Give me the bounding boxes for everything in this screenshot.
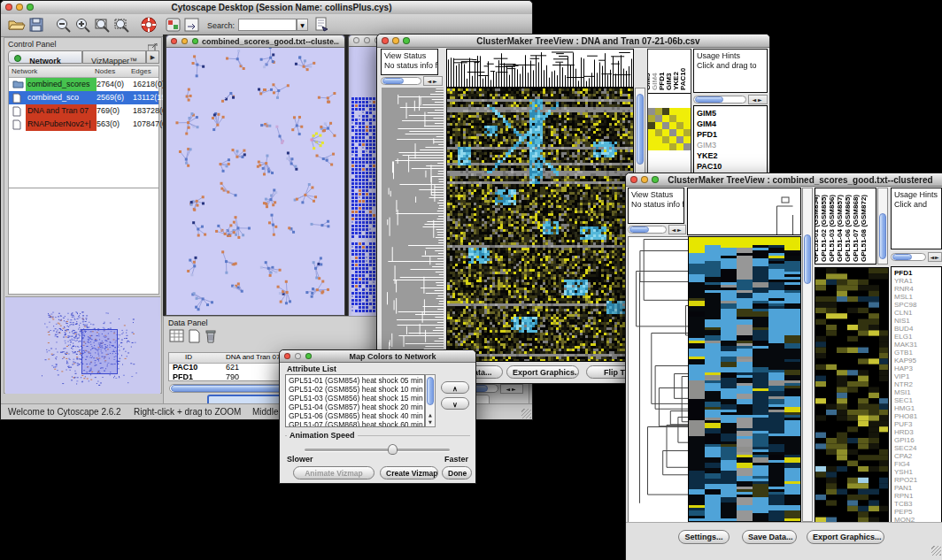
minimize-icon[interactable] — [364, 37, 370, 43]
close-icon[interactable] — [353, 37, 359, 43]
gene-label[interactable]: GIM4 — [697, 119, 764, 129]
gene-label[interactable]: GTB1 — [894, 349, 938, 357]
treeview2-gene-list[interactable]: PFD1YRA1RNR4MSL1SPC98CLN1NIS1BUD4ELG1MAK… — [891, 266, 942, 523]
gene-label[interactable]: TCB3 — [894, 500, 938, 508]
gene-label[interactable]: YRA1 — [894, 277, 938, 285]
slider-thumb[interactable] — [388, 444, 398, 455]
treeview1-heatmap-canvas[interactable] — [447, 88, 633, 361]
scroll-right-icon[interactable]: ► — [758, 96, 764, 103]
treeview2-global-heatmap-canvas[interactable] — [689, 237, 800, 521]
gene-label[interactable]: FIG4 — [894, 460, 938, 468]
zoom-in-icon[interactable] — [75, 18, 95, 34]
scroll-right-icon[interactable]: ► — [512, 386, 518, 392]
minimize-icon[interactable] — [16, 4, 23, 11]
gene-label[interactable]: KAP95 — [894, 357, 938, 364]
treeview1-right-scroll-arrows[interactable]: ◄► — [748, 95, 768, 104]
animation-speed-slider[interactable] — [305, 449, 450, 451]
close-icon[interactable] — [5, 4, 12, 11]
scroll-right-icon[interactable]: ► — [677, 226, 683, 233]
close-icon[interactable] — [382, 37, 389, 44]
gene-label[interactable]: MAK31 — [894, 341, 938, 349]
gene-label[interactable]: NTR2 — [894, 380, 938, 388]
save-data-button[interactable]: Save Data... — [742, 530, 797, 544]
network-view-title-bar[interactable]: combined_scores_good.txt--cluste... — [166, 35, 344, 48]
more-tabs-button[interactable]: ▶ — [146, 50, 159, 64]
gene-label[interactable]: HAP3 — [894, 364, 938, 372]
close-icon[interactable] — [171, 38, 177, 44]
scroll-up-icon[interactable]: ▲ — [426, 411, 435, 418]
tab-vizmapper[interactable]: VizMapper™ — [82, 50, 146, 64]
search-config-icon[interactable] — [314, 17, 334, 33]
scrollbar-thumb[interactable] — [382, 78, 404, 84]
treeview2-left-scroll-arrows[interactable]: ◄► — [668, 225, 686, 234]
settings-button[interactable]: Settings... — [678, 530, 730, 544]
treeview1-left-scroll-arrows[interactable]: ◄► — [423, 76, 443, 86]
treeview2-zoom-heatmap-canvas[interactable] — [815, 268, 888, 522]
attribute-select-icon[interactable] — [169, 329, 189, 345]
minimize-icon[interactable] — [641, 176, 648, 183]
attribute-item[interactable]: GPL51-07 (GSM868) heat shock 60 min — [289, 420, 424, 427]
gene-label[interactable]: CLN1 — [894, 309, 938, 317]
zoom-window-icon[interactable] — [403, 37, 410, 44]
gene-label[interactable]: SEC1 — [894, 396, 938, 404]
scroll-right-icon[interactable]: ► — [433, 78, 439, 84]
scroll-left-icon[interactable]: ◄ — [752, 96, 758, 103]
attribute-item[interactable]: GPL51-02 (GSM855) heat shock 10 min — [289, 385, 424, 394]
gene-label[interactable]: PHO81 — [894, 412, 938, 420]
treeview1-right-hscrollbar[interactable] — [693, 96, 746, 104]
attribute-item[interactable]: GPL51-06 (GSM865) heat shock 40 min — [289, 411, 424, 420]
scrollbar-thumb[interactable] — [879, 213, 886, 259]
move-down-button[interactable]: ∨ — [441, 397, 469, 410]
scroll-left-icon[interactable]: ◄ — [506, 386, 512, 392]
gene-label[interactable]: ELG1 — [894, 333, 938, 341]
gene-label[interactable]: RPO21 — [894, 476, 938, 484]
data-col-id[interactable]: ID — [185, 353, 192, 361]
scroll-left-icon[interactable]: ◄ — [671, 226, 677, 233]
gene-label[interactable]: GPI16 — [894, 436, 938, 444]
gene-label[interactable]: GIM5 — [697, 108, 764, 119]
gene-label[interactable]: RPN1 — [894, 492, 938, 500]
search-input[interactable] — [238, 19, 297, 31]
minimize-icon[interactable] — [295, 353, 301, 359]
network-row-combined-scores[interactable]: combined_scores 2764(0) 16218(0) — [9, 78, 158, 91]
minimize-icon[interactable] — [392, 37, 399, 44]
gene-label[interactable]: PUF3 — [894, 420, 938, 428]
gene-label[interactable]: SPC98 — [894, 301, 938, 309]
attribute-list[interactable]: GPL51-01 (GSM854) heat shock 05 minGPL51… — [285, 374, 425, 427]
export-graphics-button[interactable]: Export Graphics... — [807, 530, 884, 544]
scroll-right-icon[interactable]: ► — [935, 254, 940, 260]
close-icon[interactable] — [284, 353, 290, 359]
delete-attribute-icon[interactable] — [205, 328, 224, 344]
create-vizmap-button[interactable]: Create Vizmap — [380, 466, 438, 479]
window-resize-grip[interactable] — [521, 409, 531, 418]
treeview1-left-hscrollbar[interactable] — [381, 77, 421, 85]
treeview2-title-bar[interactable]: ClusterMaker TreeView : combined_scores_… — [626, 173, 942, 187]
open-file-icon[interactable] — [8, 18, 27, 34]
col-nodes[interactable]: Nodes — [95, 66, 115, 77]
treeview1-column-dendrogram-canvas[interactable] — [447, 50, 633, 87]
scrollbar-thumb[interactable] — [695, 96, 723, 103]
gene-label[interactable]: YKE2 — [697, 150, 764, 161]
attribute-item[interactable]: GPL51-04 (GSM857) heat shock 20 min — [289, 403, 424, 411]
gene-label[interactable]: SEC24 — [894, 444, 938, 452]
col-edges[interactable]: Edges — [131, 66, 151, 77]
gene-label[interactable]: HMG1 — [894, 404, 938, 412]
treeview2-left-hscrollbar[interactable] — [628, 226, 667, 234]
gene-label[interactable]: MSL1 — [894, 293, 938, 301]
col-network[interactable]: Network — [12, 66, 37, 77]
move-up-button[interactable]: ∧ — [441, 381, 469, 394]
zoom-window-icon[interactable] — [192, 38, 198, 44]
network-row-selected[interactable]: combined_sco 2569(6) 13112(15) — [9, 91, 158, 104]
gene-label[interactable]: PEP5 — [894, 508, 938, 516]
gene-label[interactable]: RNR4 — [894, 285, 938, 293]
tab-network[interactable]: Network — [8, 50, 82, 64]
animate-vizmap-button[interactable]: Animate Vizmap — [293, 466, 374, 479]
gene-label[interactable]: PAC10 — [697, 161, 764, 172]
gene-label[interactable]: CPA2 — [894, 452, 938, 460]
network-overview-canvas[interactable] — [5, 297, 160, 394]
gene-label[interactable]: PAN1 — [894, 484, 938, 492]
treeview2-labels-vscrollbar[interactable] — [877, 188, 888, 265]
treeview2-right-hscrollbar[interactable] — [891, 253, 926, 261]
gene-label[interactable]: GIM3 — [697, 140, 764, 150]
treeview1-row-dendrogram-canvas[interactable] — [382, 88, 444, 360]
